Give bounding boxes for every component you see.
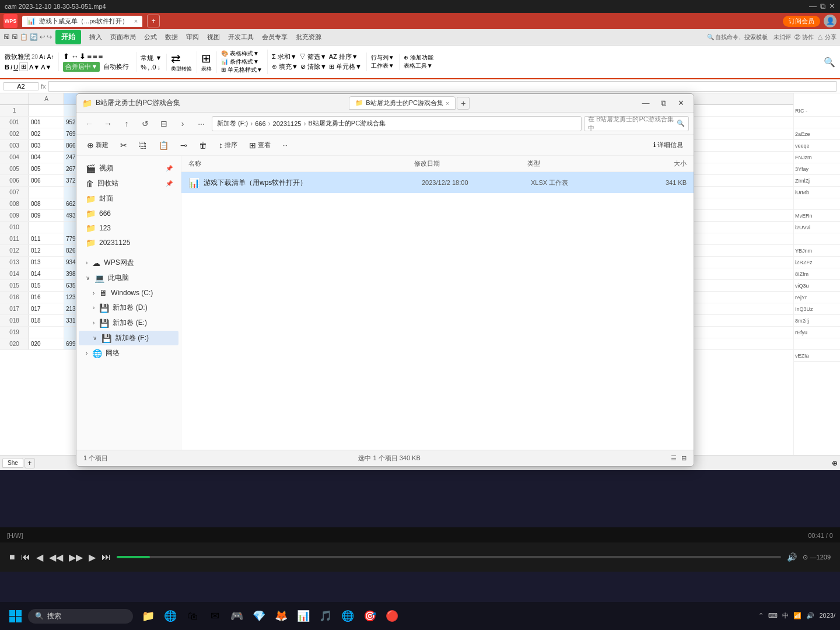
cell-a[interactable]: 018 — [29, 315, 64, 326]
first-btn[interactable]: ⏮ — [21, 552, 30, 562]
cell-a[interactable]: 016 — [29, 292, 64, 303]
start-btn[interactable] — [5, 606, 26, 626]
tray-keyboard[interactable]: ⌨ — [768, 612, 778, 620]
restore-btn[interactable]: ⧉ — [820, 2, 825, 11]
convert-btn[interactable]: ⇄ — [171, 51, 192, 65]
fe-delete-btn[interactable]: 🗑 — [194, 139, 212, 152]
cell-a[interactable]: 015 — [29, 280, 64, 291]
fe-more-btn[interactable]: ··· — [278, 140, 292, 150]
fe-details-btn[interactable]: ℹ 详细信息 — [649, 139, 688, 151]
tb-icon-mail[interactable]: ✉ — [204, 606, 225, 626]
next-frame-btn[interactable]: ▶ — [89, 552, 96, 563]
cell-a[interactable]: 017 — [29, 303, 64, 314]
tray-volume[interactable]: 🔊 — [806, 612, 814, 620]
italic-btn[interactable]: I — [10, 64, 12, 71]
font-size-up[interactable]: A↑ — [47, 54, 54, 60]
underline-btn[interactable]: U — [13, 64, 18, 71]
prev-frame-btn[interactable]: ◀ — [36, 552, 43, 563]
tb-icon-browser3[interactable]: 🌐 — [337, 606, 358, 626]
review-menu[interactable]: 审阅 — [183, 32, 202, 43]
cell-style-btn[interactable]: 🎨 表格样式▼ — [221, 50, 262, 58]
fe-tab-close[interactable]: × — [446, 100, 449, 107]
tb-icon-wps[interactable]: 📊 — [293, 606, 314, 626]
fe-share-btn[interactable]: ⊸ — [176, 139, 192, 152]
fe-up-btn[interactable]: ↑ — [118, 116, 135, 131]
cell-a[interactable] — [29, 187, 64, 198]
formula-menu[interactable]: 公式 — [141, 32, 160, 43]
font-size-down[interactable]: A↓ — [39, 54, 46, 60]
resources-menu[interactable]: 批充资源 — [292, 32, 325, 43]
formula-input[interactable] — [48, 81, 836, 92]
tb-icon-browser2[interactable]: 🦊 — [271, 606, 292, 626]
slow-fwd-btn[interactable]: ▶▶ — [69, 552, 83, 563]
worksheet-btn[interactable]: 工作表▼ — [371, 62, 394, 70]
align-top[interactable]: ⬆ — [63, 52, 69, 61]
tray-wifi[interactable]: 📶 — [793, 612, 802, 620]
border-btn[interactable]: ⊞ — [19, 62, 28, 71]
auto-wrap[interactable]: 自动换行 — [101, 62, 131, 72]
pct-btn[interactable]: % — [141, 64, 146, 71]
excel-tab[interactable]: 📊 游戏卜威克单（...ps软件打开） × — [22, 16, 142, 27]
fe-address-bar[interactable]: 新加卷 (F:) › 666 › 20231125 › B站屠龙勇士的PC游戏合… — [212, 116, 582, 131]
cell-a[interactable]: 013 — [29, 257, 64, 268]
fe-minimize[interactable]: — — [639, 96, 653, 110]
cell-a[interactable]: 020 — [29, 338, 64, 349]
sidebar-item-20231125[interactable]: 📁 20231125 — [79, 236, 178, 250]
sidebar-item-windows-c[interactable]: › 🖥 Windows (C:) — [79, 286, 178, 300]
sidebar-item-drive-f[interactable]: ∨ 💾 新加卷 (F:) — [79, 331, 178, 345]
fe-search-box[interactable]: 在 B站屠龙勇士的PC游戏合集 中 🔍 — [584, 116, 689, 131]
tb-icon-game2[interactable]: 🎯 — [359, 606, 380, 626]
fe-maximize[interactable]: ⧉ — [656, 96, 670, 110]
fe-close[interactable]: ✕ — [674, 96, 688, 110]
fe-sort-btn[interactable]: ↕ 排序 — [214, 139, 242, 152]
fe-view-toggle[interactable]: ⊟ — [156, 116, 172, 131]
table-tools-btn[interactable]: 表格工具▼ — [404, 62, 433, 70]
tb-icon-diamond[interactable]: 💎 — [249, 606, 270, 626]
fe-refresh-btn[interactable]: ↺ — [137, 116, 153, 131]
cell-a[interactable]: 012 — [29, 245, 64, 256]
sidebar-item-recycle[interactable]: 🗑 回收站 📌 — [79, 176, 178, 191]
tb-icon-chrome[interactable]: 🌐 — [160, 606, 181, 626]
number-format[interactable]: 常规 ▼ — [141, 54, 162, 62]
align-left[interactable]: ≡ — [87, 52, 92, 61]
zoom-btn[interactable]: ⊕ — [832, 459, 838, 467]
sidebar-item-cover[interactable]: 📁 封面 — [79, 191, 178, 206]
sidebar-item-drive-e[interactable]: › 💾 新加卷 (E:) — [79, 316, 178, 330]
tb-icon-game1[interactable]: 🎮 — [226, 606, 247, 626]
minimize-btn[interactable]: — — [809, 2, 817, 11]
tab-close[interactable]: × — [134, 18, 138, 24]
pagelayout-menu[interactable]: 页面布局 — [107, 32, 139, 43]
cell-a[interactable]: 008 — [29, 198, 64, 209]
slow-back-btn[interactable]: ◀◀ — [49, 552, 63, 563]
align-right[interactable]: ≡ — [99, 52, 103, 61]
cell-ops[interactable]: ⊕ 填充▼ ⊘ 清除▼ ⊞ 单元格▼ — [272, 62, 362, 71]
fill-btn[interactable]: A▼ — [29, 64, 40, 71]
close-btn[interactable]: ✕ — [829, 2, 835, 11]
merge-cells[interactable]: 合并居中▼ — [63, 62, 100, 72]
tb-icon-record[interactable]: 🔴 — [382, 606, 402, 626]
fe-back-btn[interactable]: ← — [81, 116, 97, 131]
member-special-menu[interactable]: 会员专享 — [258, 32, 291, 43]
decimal-up[interactable]: .0 — [150, 64, 156, 71]
cell-a[interactable]: 002 — [29, 128, 64, 139]
align-center[interactable]: ≡ — [93, 52, 97, 61]
cell-a[interactable]: 004 — [29, 152, 64, 163]
tray-input-zh[interactable]: 中 — [782, 611, 789, 620]
last-btn[interactable]: ⏭ — [102, 552, 111, 562]
search-commands[interactable]: 🔍 自找命令、搜索模板 — [707, 33, 768, 41]
add-func-btn[interactable]: ⊕ 添加功能 — [404, 54, 433, 62]
devtools-menu[interactable]: 开发工具 — [225, 32, 257, 43]
font-color-btn[interactable]: A▼ — [41, 64, 51, 71]
cell-a[interactable]: 006 — [29, 175, 64, 186]
unread-msg[interactable]: 未消评 — [774, 33, 791, 41]
fe-grid-view-icon[interactable]: ⊞ — [681, 454, 687, 462]
new-tab-btn[interactable]: + — [147, 15, 160, 27]
cell-a[interactable]: 009 — [29, 210, 64, 221]
fe-cut-btn[interactable]: ✂ — [116, 139, 132, 152]
share-btn[interactable]: △ 分享 — [817, 33, 836, 41]
file-row-xlsx[interactable]: 📊 游戏下载清单（用wps软件打开） 2023/12/2 18:00 XLSX … — [181, 172, 694, 193]
cell-a[interactable]: 005 — [29, 163, 64, 174]
cell-a[interactable]: 014 — [29, 268, 64, 279]
sidebar-item-drive-d[interactable]: › 💾 新加卷 (D:) — [79, 300, 178, 315]
sidebar-item-wps-cloud[interactable]: › ☁ WPS网盘 — [79, 256, 178, 270]
